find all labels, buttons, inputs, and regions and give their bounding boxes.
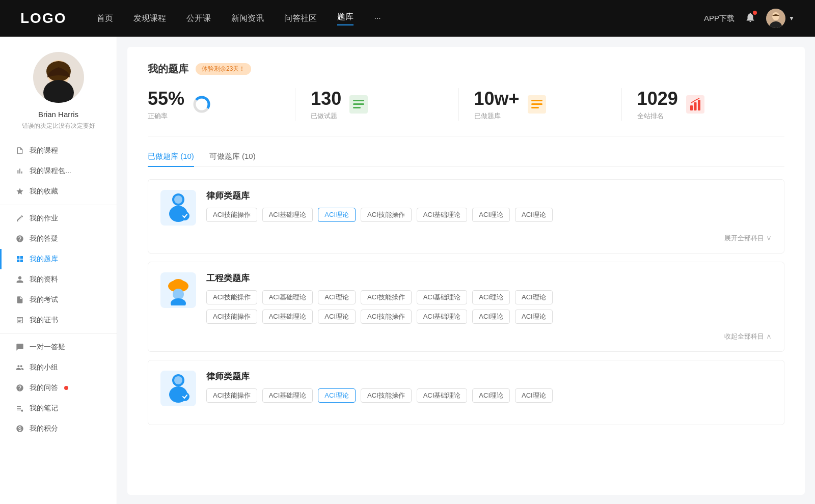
expand-lawyer1[interactable]: 展开全部科目 ∨: [160, 234, 772, 243]
tags-row-engineer1-r1: ACI技能操作 ACI基础理论 ACI理论 ACI技能操作 ACI基础理论 AC…: [206, 290, 772, 304]
qbank-section-engineer1: 工程类题库 ACI技能操作 ACI基础理论 ACI理论 ACI技能操作 ACI基…: [148, 262, 784, 352]
svg-rect-27: [170, 286, 187, 289]
expand-engineer1[interactable]: 收起全部科目 ∧: [160, 332, 772, 341]
stat-banks-value-wrap: 10w+ 已做题库: [474, 88, 520, 121]
nav-home[interactable]: 首页: [97, 13, 113, 24]
sidebar-label-profile: 我的资料: [30, 275, 58, 284]
tag-e1-5[interactable]: ACI理论: [472, 290, 510, 304]
sidebar-label-group: 我的小组: [30, 363, 58, 372]
stat-ranking-value: 1029: [637, 88, 678, 109]
tag-e1-13[interactable]: ACI理论: [515, 310, 553, 324]
tag-l1-5[interactable]: ACI理论: [472, 208, 510, 222]
svg-rect-28: [173, 279, 184, 286]
sidebar-item-cert[interactable]: 我的证书: [0, 310, 117, 330]
app-download[interactable]: APP下载: [704, 14, 735, 23]
sidebar-item-points[interactable]: 我的积分: [0, 418, 117, 439]
stat-ranking: 1029 全站排名: [622, 88, 784, 121]
file-icon: [15, 146, 24, 155]
stat-ranking-value-wrap: 1029 全站排名: [637, 88, 678, 121]
stats-row: 55% 正确率 130 已做试题: [148, 88, 784, 136]
tag-l2-5[interactable]: ACI理论: [472, 388, 510, 403]
nav-qbank[interactable]: 题库: [337, 12, 354, 25]
tag-e1-0[interactable]: ACI技能操作: [206, 290, 257, 304]
sidebar-item-group[interactable]: 我的小组: [0, 357, 117, 378]
sidebar-label-exam: 我的考试: [30, 295, 58, 304]
nav-open-course[interactable]: 公开课: [186, 13, 211, 24]
tag-l2-1[interactable]: ACI基础理论: [262, 388, 313, 403]
tag-e1-11[interactable]: ACI基础理论: [417, 310, 468, 324]
tag-e1-3[interactable]: ACI技能操作: [361, 290, 412, 304]
tag-e1-10[interactable]: ACI技能操作: [361, 310, 412, 324]
svg-point-25: [180, 211, 189, 220]
sidebar-label-homework: 我的作业: [30, 214, 58, 223]
group-icon: [15, 363, 24, 372]
tag-e1-9[interactable]: ACI理论: [318, 310, 356, 324]
sidebar-item-1on1[interactable]: 一对一答疑: [0, 337, 117, 357]
sidebar-item-notes[interactable]: 我的笔记: [0, 398, 117, 418]
tab-done-banks[interactable]: 已做题库 (10): [148, 152, 194, 166]
stat-accuracy-value: 55%: [148, 88, 184, 109]
sidebar-label-my-course: 我的课程: [30, 146, 58, 155]
sidebar-username: Brian Harris: [38, 110, 78, 119]
tag-l2-3[interactable]: ACI技能操作: [361, 388, 412, 403]
svg-rect-19: [690, 105, 693, 110]
tag-e1-8[interactable]: ACI基础理论: [262, 310, 313, 324]
tag-e1-2[interactable]: ACI理论: [318, 290, 356, 304]
tag-e1-6[interactable]: ACI理论: [515, 290, 553, 304]
qa-icon: [15, 383, 24, 393]
tag-e1-7[interactable]: ACI技能操作: [206, 310, 257, 324]
tag-l1-6[interactable]: ACI理论: [515, 208, 553, 222]
tag-l2-0[interactable]: ACI技能操作: [206, 388, 257, 403]
page-header: 我的题库 体验剩余23天！: [148, 62, 784, 76]
svg-point-1: [772, 12, 779, 20]
nav-more[interactable]: ···: [374, 14, 381, 23]
notification-bell[interactable]: [745, 12, 756, 25]
sidebar-item-favorites[interactable]: 我的收藏: [0, 181, 117, 202]
sidebar-item-qbank[interactable]: 我的题库: [0, 249, 117, 269]
tag-l2-6[interactable]: ACI理论: [515, 388, 553, 403]
tag-l1-0[interactable]: ACI技能操作: [206, 208, 257, 222]
divider-2: [0, 333, 117, 334]
tab-available-banks[interactable]: 可做题库 (10): [209, 152, 256, 166]
edit-icon: [15, 214, 24, 223]
sidebar-item-answers[interactable]: 我的问答: [0, 378, 117, 398]
nav-discover[interactable]: 发现课程: [133, 13, 166, 24]
sidebar-label-points: 我的积分: [30, 424, 58, 433]
qbank-info-lawyer2: 律师类题库 ACI技能操作 ACI基础理论 ACI理论 ACI技能操作 ACI基…: [206, 371, 553, 403]
user-avatar: [766, 9, 785, 28]
stat-ranking-label: 全站排名: [637, 111, 678, 121]
score-icon: [15, 424, 24, 433]
trial-badge: 体验剩余23天！: [196, 63, 251, 75]
user-avatar-wrap[interactable]: ▼: [766, 9, 795, 28]
stat-accuracy: 55% 正确率: [148, 88, 295, 121]
nav-news[interactable]: 新闻资讯: [231, 13, 264, 24]
tag-e1-12[interactable]: ACI理论: [472, 310, 510, 324]
sidebar-item-qa[interactable]: 我的答疑: [0, 229, 117, 249]
tag-l1-1[interactable]: ACI基础理论: [262, 208, 313, 222]
tag-l2-2[interactable]: ACI理论: [318, 388, 356, 403]
sidebar-item-course-package[interactable]: 我的课程包...: [0, 161, 117, 181]
svg-rect-13: [353, 107, 361, 108]
qbank-header-lawyer2: 律师类题库 ACI技能操作 ACI基础理论 ACI理论 ACI技能操作 ACI基…: [160, 371, 772, 406]
divider-1: [0, 205, 117, 205]
tag-e1-4[interactable]: ACI基础理论: [417, 290, 468, 304]
sidebar-item-exam[interactable]: 我的考试: [0, 290, 117, 310]
sidebar-item-my-course[interactable]: 我的课程: [0, 141, 117, 161]
svg-point-33: [174, 376, 182, 384]
sidebar-item-homework[interactable]: 我的作业: [0, 208, 117, 229]
nav-menu: 首页 发现课程 公开课 新闻资讯 问答社区 题库 ···: [97, 12, 704, 25]
qbank-header-engineer1: 工程类题库 ACI技能操作 ACI基础理论 ACI理论 ACI技能操作 ACI基…: [160, 272, 772, 324]
tag-l2-4[interactable]: ACI基础理论: [417, 388, 468, 403]
tag-l1-3[interactable]: ACI技能操作: [361, 208, 412, 222]
qbank-info-lawyer1: 律师类题库 ACI技能操作 ACI基础理论 ACI理论 ACI技能操作 ACI基…: [206, 190, 553, 222]
stat-questions-label: 已做试题: [311, 111, 341, 121]
sidebar-label-favorites: 我的收藏: [30, 187, 58, 196]
sidebar-motto: 错误的决定比没有决定要好: [12, 122, 105, 130]
tag-l1-2[interactable]: ACI理论: [318, 208, 356, 222]
tag-l1-4[interactable]: ACI基础理论: [417, 208, 468, 222]
list-orange-icon: [527, 94, 547, 115]
nav-qa[interactable]: 问答社区: [284, 13, 317, 24]
stat-banks-value: 10w+: [474, 88, 520, 109]
sidebar-item-profile[interactable]: 我的资料: [0, 269, 117, 290]
tag-e1-1[interactable]: ACI基础理论: [262, 290, 313, 304]
